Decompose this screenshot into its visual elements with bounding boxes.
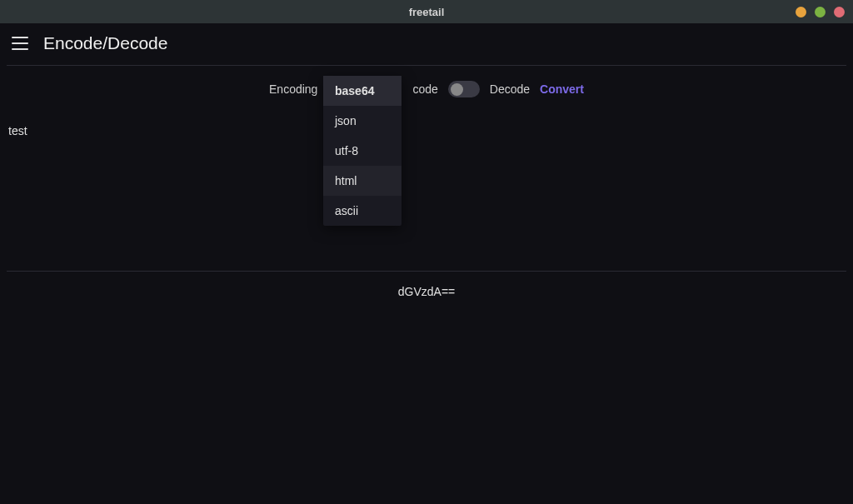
page-title: Encode/Decode (43, 33, 167, 53)
output-text: dGVzdA== (0, 272, 853, 312)
dropdown-item-json[interactable]: json (323, 106, 402, 136)
titlebar: freetail (0, 0, 853, 23)
dropdown-item-utf8[interactable]: utf-8 (323, 136, 402, 166)
encode-decode-toggle[interactable] (448, 81, 480, 97)
encoding-dropdown[interactable]: base64 json utf-8 html ascii (323, 76, 402, 226)
toggle-knob (451, 83, 463, 96)
close-icon[interactable] (834, 7, 845, 17)
window-title: freetail (409, 6, 445, 18)
input-textarea[interactable]: test (0, 112, 853, 271)
menu-icon[interactable] (12, 37, 28, 50)
dropdown-item-base64[interactable]: base64 (323, 76, 402, 106)
encoding-label: Encoding (269, 82, 317, 96)
toolbar: Encoding code Decode Convert base64 json… (0, 66, 853, 112)
encode-label-partial: code (412, 82, 437, 96)
maximize-icon[interactable] (815, 7, 826, 17)
convert-button[interactable]: Convert (540, 82, 584, 96)
dropdown-item-ascii[interactable]: ascii (323, 196, 402, 226)
minimize-icon[interactable] (796, 7, 806, 17)
dropdown-item-html[interactable]: html (323, 166, 402, 196)
window-controls (796, 7, 845, 17)
decode-label: Decode (490, 82, 530, 96)
app-header: Encode/Decode (0, 23, 853, 65)
